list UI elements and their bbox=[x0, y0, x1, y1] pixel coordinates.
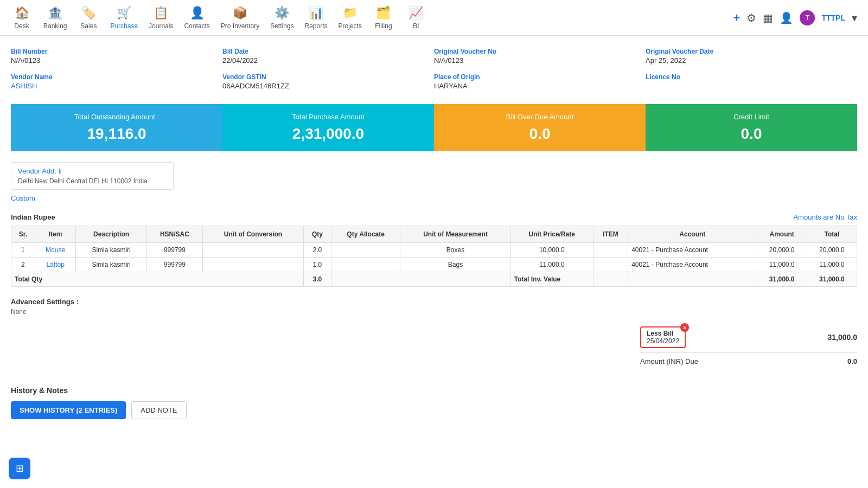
col-account: Account bbox=[628, 226, 757, 243]
less-bill-amount: 31,000.0 bbox=[828, 333, 858, 342]
nav-desk[interactable]: 🏠 Desk bbox=[5, 3, 38, 33]
vendor-name-value[interactable]: ASHISH bbox=[11, 82, 222, 90]
avatar-icon[interactable]: T bbox=[800, 10, 815, 25]
nav-bi[interactable]: 📈 BI bbox=[400, 3, 432, 33]
stats-row: Total Outstanding Amount : 19,116.0 Tota… bbox=[11, 104, 857, 151]
outstanding-card: Total Outstanding Amount : 19,116.0 bbox=[11, 104, 222, 151]
col-amount: Amount bbox=[757, 226, 807, 243]
total-inv-label: Total Inv. Value bbox=[510, 272, 593, 287]
vendor-name-label: Vendor Name bbox=[11, 73, 222, 81]
less-bill-row: ✕ Less Bill 25/04/2022 31,000.0 bbox=[640, 326, 857, 348]
nav-purchase[interactable]: 🛒 Purchase bbox=[105, 3, 143, 33]
top-navigation: 🏠 Desk 🏦 Banking 🏷️ Sales 🛒 Purchase 📋 J… bbox=[0, 0, 868, 36]
due-label: Amount (INR) Due bbox=[640, 357, 698, 365]
history-actions: SHOW HISTORY (2 ENTRIES) ADD NOTE bbox=[11, 401, 857, 419]
bi-icon: 📈 bbox=[409, 6, 423, 20]
due-row: Amount (INR) Due 0.0 bbox=[640, 352, 857, 370]
col-description: Description bbox=[76, 226, 146, 243]
add-note-button[interactable]: ADD NOTE bbox=[131, 401, 186, 419]
original-voucher-no-cell: Original Voucher No N/A/0123 bbox=[434, 44, 646, 70]
overdue-value: 0.0 bbox=[445, 125, 635, 143]
original-voucher-date-cell: Original Voucher Date Apr 25, 2022 bbox=[646, 44, 857, 70]
bill-date-label: Bill Date bbox=[222, 48, 434, 55]
place-of-origin-value: HARYANA bbox=[434, 82, 646, 90]
bill-number-label: Bill Number bbox=[11, 48, 222, 55]
custom-link[interactable]: Custom bbox=[11, 194, 857, 202]
cell-account: 40021 - Purchase Account bbox=[628, 243, 757, 258]
desk-icon: 🏠 bbox=[15, 6, 29, 20]
col-qty: Qty bbox=[303, 226, 331, 243]
main-content: Bill Number N/A/0123 Bill Date 22/04/202… bbox=[0, 36, 868, 428]
user-icon[interactable]: 👤 bbox=[780, 11, 793, 24]
history-title: History & Notes bbox=[11, 386, 857, 395]
nav-settings[interactable]: ⚙️ Settings bbox=[265, 3, 299, 33]
less-bill-close[interactable]: ✕ bbox=[680, 323, 689, 332]
col-unit-price: Unit Price/Rate bbox=[510, 226, 593, 243]
cell-account: 40021 - Purchase Account bbox=[628, 258, 757, 272]
cell-unit-price: 10,000.0 bbox=[510, 243, 593, 258]
dropdown-icon[interactable]: ▾ bbox=[852, 11, 857, 24]
licence-no-label: Licence No bbox=[646, 73, 857, 81]
vendor-gstin-cell: Vendor GSTIN 06AADCM5146R1ZZ bbox=[222, 70, 434, 95]
nav-journals[interactable]: 📋 Journals bbox=[143, 3, 178, 33]
nav-pro-inventory[interactable]: 📦 Pro Inventory bbox=[215, 3, 265, 33]
vendor-address-link[interactable]: Vendor Add. ℹ bbox=[18, 167, 167, 175]
less-bill-badge[interactable]: ✕ Less Bill 25/04/2022 bbox=[640, 326, 686, 348]
cell-sr: 2 bbox=[11, 258, 35, 272]
col-total: Total bbox=[807, 226, 857, 243]
nav-contacts[interactable]: 👤 Contacts bbox=[178, 3, 215, 33]
cell-item-col bbox=[593, 243, 628, 258]
cell-unit-measurement: Bags bbox=[400, 258, 510, 272]
add-button[interactable]: + bbox=[733, 11, 741, 25]
vendor-address-box: Vendor Add. ℹ Delhi New Delhi Central DE… bbox=[11, 162, 174, 190]
bill-summary-inner: ✕ Less Bill 25/04/2022 31,000.0 Amount (… bbox=[640, 326, 857, 370]
overdue-title: Bill Over Due Amount bbox=[445, 113, 635, 121]
cell-unit-price: 11,000.0 bbox=[510, 258, 593, 272]
nav-projects[interactable]: 📁 Projects bbox=[333, 3, 367, 33]
contacts-icon: 👤 bbox=[190, 6, 205, 20]
place-of-origin-label: Place of Origin bbox=[434, 73, 646, 81]
col-item: Item bbox=[35, 226, 76, 243]
original-voucher-no-label: Original Voucher No bbox=[434, 48, 646, 55]
col-unit-conversion: Unit of Conversion bbox=[203, 226, 304, 243]
bill-date-value: 22/04/2022 bbox=[222, 56, 434, 65]
table-row: 2 Lattop Simla kasmiri 999799 1.0 Bags 1… bbox=[11, 258, 857, 272]
items-table-section: Indian Rupee Amounts are No Tax Sr. Item… bbox=[11, 213, 857, 287]
bill-date-cell: Bill Date 22/04/2022 bbox=[222, 44, 434, 70]
reports-icon: 📊 bbox=[309, 6, 323, 20]
licence-no-cell: Licence No bbox=[646, 70, 857, 95]
nav-filling[interactable]: 🗂️ Filling bbox=[367, 3, 400, 33]
bill-info-grid: Bill Number N/A/0123 Bill Date 22/04/202… bbox=[11, 44, 857, 95]
outstanding-value: 19,116.0 bbox=[22, 125, 212, 143]
journals-icon: 📋 bbox=[154, 6, 168, 20]
show-history-button[interactable]: SHOW HISTORY (2 ENTRIES) bbox=[11, 401, 126, 419]
cell-item[interactable]: Mouse bbox=[35, 243, 76, 258]
nav-banking[interactable]: 🏦 Banking bbox=[38, 3, 72, 33]
nav-sales[interactable]: 🏷️ Sales bbox=[72, 3, 105, 33]
nav-reports[interactable]: 📊 Reports bbox=[299, 3, 333, 33]
total-total: 31,000.0 bbox=[807, 272, 857, 287]
grid-icon[interactable]: ▦ bbox=[763, 11, 773, 24]
cell-total: 20,000.0 bbox=[807, 243, 857, 258]
sales-icon: 🏷️ bbox=[81, 6, 96, 20]
col-unit-measurement: Unit of Measurement bbox=[400, 226, 510, 243]
filling-icon: 🗂️ bbox=[376, 6, 391, 20]
brand-name: TTTPL bbox=[821, 14, 845, 22]
cell-qty: 1.0 bbox=[303, 258, 331, 272]
advanced-settings-title: Advanced Settings : bbox=[11, 298, 857, 306]
settings-gear-icon[interactable]: ⚙ bbox=[746, 11, 756, 24]
items-table: Sr. Item Description HSN/SAC Unit of Con… bbox=[11, 226, 857, 287]
cell-qty-allocate bbox=[331, 243, 400, 258]
history-section: History & Notes SHOW HISTORY (2 ENTRIES)… bbox=[11, 381, 857, 419]
bill-number-cell: Bill Number N/A/0123 bbox=[11, 44, 222, 70]
amounts-note: Amounts are No Tax bbox=[793, 213, 857, 221]
cell-item[interactable]: Lattop bbox=[35, 258, 76, 272]
info-icon: ℹ bbox=[59, 168, 61, 175]
vendor-address-label: Vendor Add. bbox=[18, 167, 56, 175]
total-qty-label: Total Qty bbox=[11, 272, 304, 287]
total-qty-value: 3.0 bbox=[303, 272, 331, 287]
cell-qty-allocate bbox=[331, 258, 400, 272]
advanced-settings-value: None bbox=[11, 308, 857, 316]
cell-unit-conversion bbox=[203, 258, 304, 272]
bill-summary: ✕ Less Bill 25/04/2022 31,000.0 Amount (… bbox=[11, 326, 857, 370]
